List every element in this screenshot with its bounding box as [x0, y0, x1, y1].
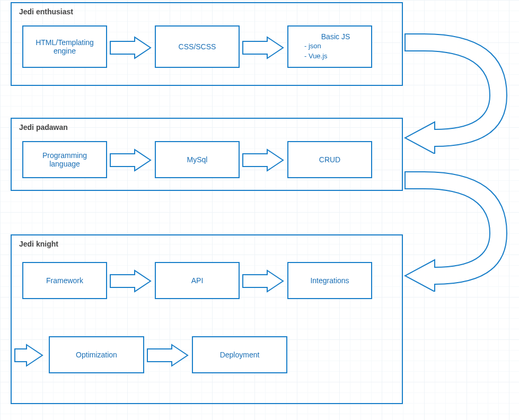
- node-integrations-label: Integrations: [310, 276, 349, 285]
- stage-knight-title: Jedi knight: [19, 240, 58, 248]
- arrow-css-to-js: [242, 36, 284, 59]
- node-html-templating: HTML/Templating engine: [22, 25, 107, 68]
- stage-padawan-title: Jedi padawan: [19, 123, 68, 132]
- node-html-templating-label: HTML/Templating engine: [28, 38, 102, 55]
- node-mysql-label: MySql: [187, 155, 208, 164]
- svg-marker-0: [110, 37, 151, 58]
- node-css-scss-label: CSS/SCSS: [179, 42, 216, 51]
- arrow-into-optimization: [14, 344, 43, 367]
- svg-marker-2: [110, 150, 151, 171]
- node-deployment: Deployment: [192, 336, 287, 373]
- node-deployment-label: Deployment: [220, 351, 260, 359]
- svg-marker-5: [243, 270, 283, 292]
- arrow-mysql-to-crud: [242, 148, 284, 172]
- node-integrations: Integrations: [287, 262, 372, 299]
- arrow-framework-to-api: [109, 269, 152, 293]
- node-programming-language-label: Programming language: [28, 151, 102, 168]
- node-basic-js-sub-1: - Vue.js: [304, 52, 328, 61]
- curved-arrow-padawan-to-knight: [403, 170, 514, 292]
- node-basic-js: Basic JS - json - Vue.js: [287, 25, 372, 68]
- stage-enthusiast-title: Jedi enthusiast: [19, 7, 73, 16]
- curved-arrow-enthusiast-to-padawan: [403, 32, 514, 154]
- arrow-lang-to-mysql: [109, 148, 152, 172]
- stage-enthusiast: Jedi enthusiast HTML/Templating engine C…: [11, 2, 403, 86]
- node-api-label: API: [191, 276, 204, 285]
- arrow-html-to-css: [109, 36, 152, 59]
- node-framework-label: Framework: [46, 276, 83, 285]
- node-css-scss: CSS/SCSS: [155, 25, 240, 68]
- node-mysql: MySql: [155, 141, 240, 178]
- node-basic-js-sub-0: - json: [304, 42, 321, 51]
- node-crud: CRUD: [287, 141, 372, 178]
- stage-padawan: Jedi padawan Programming language MySql …: [11, 118, 403, 191]
- svg-marker-3: [243, 150, 283, 171]
- node-crud-label: CRUD: [319, 155, 340, 164]
- arrow-optimization-to-deployment: [146, 344, 189, 367]
- node-programming-language: Programming language: [22, 141, 107, 178]
- node-basic-js-label: Basic JS: [321, 32, 350, 41]
- node-api: API: [155, 262, 240, 299]
- svg-marker-1: [243, 37, 283, 58]
- node-framework: Framework: [22, 262, 107, 299]
- svg-marker-6: [15, 345, 42, 366]
- arrow-api-to-integrations: [242, 269, 284, 293]
- node-optimization: Optimization: [49, 336, 144, 373]
- svg-marker-4: [110, 270, 151, 292]
- svg-marker-7: [147, 345, 188, 366]
- stage-knight: Jedi knight Framework API Integrations O…: [11, 234, 403, 404]
- node-optimization-label: Optimization: [76, 351, 117, 359]
